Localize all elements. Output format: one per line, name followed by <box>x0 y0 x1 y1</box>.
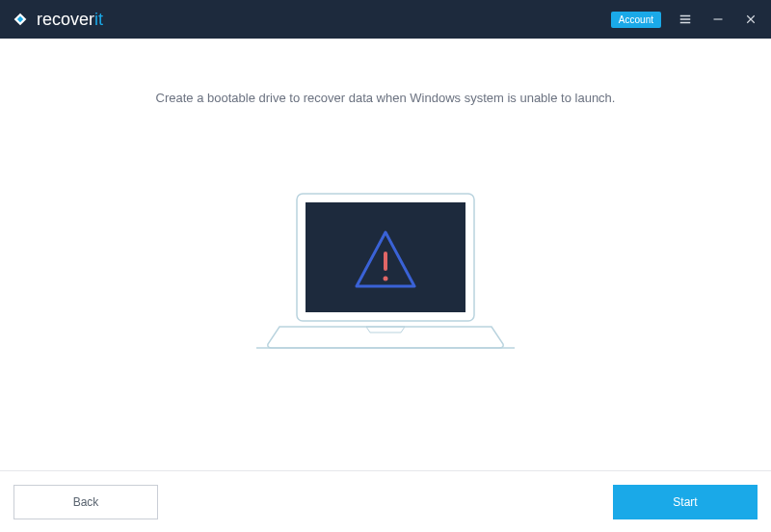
brand-suffix: it <box>94 10 103 29</box>
main-content: Create a bootable drive to recover data … <box>0 39 771 470</box>
laptop-illustration <box>251 192 520 364</box>
brand-prefix: recover <box>37 10 94 29</box>
app-title: recoverit <box>37 10 103 30</box>
svg-point-5 <box>384 277 388 281</box>
app-logo: recoverit <box>12 10 103 30</box>
menu-icon[interactable] <box>677 11 694 28</box>
titlebar-controls: Account <box>611 11 759 28</box>
account-button[interactable]: Account <box>611 12 661 28</box>
laptop-svg <box>251 192 520 360</box>
start-button[interactable]: Start <box>613 485 758 519</box>
diamond-icon <box>12 11 29 28</box>
titlebar: recoverit Account <box>0 0 771 39</box>
headline-text: Create a bootable drive to recover data … <box>156 91 616 105</box>
svg-rect-4 <box>384 252 387 271</box>
close-icon[interactable] <box>742 11 759 28</box>
back-button[interactable]: Back <box>13 485 158 519</box>
minimize-icon[interactable] <box>709 11 727 28</box>
footer-bar: Back Start <box>0 470 771 532</box>
